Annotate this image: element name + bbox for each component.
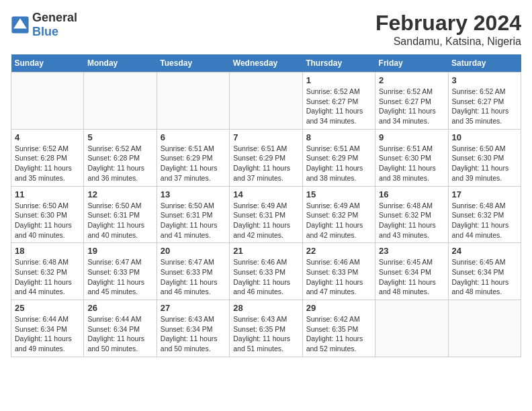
day-number: 2 <box>379 75 444 85</box>
day-details: Sunrise: 6:52 AM Sunset: 6:27 PM Dayligh… <box>306 87 371 126</box>
day-details: Sunrise: 6:46 AM Sunset: 6:33 PM Dayligh… <box>233 257 298 297</box>
day-details: Sunrise: 6:49 AM Sunset: 6:32 PM Dayligh… <box>306 201 371 240</box>
calendar-cell: 18Sunrise: 6:48 AM Sunset: 6:32 PM Dayli… <box>11 243 84 300</box>
calendar-cell: 19Sunrise: 6:47 AM Sunset: 6:33 PM Dayli… <box>84 243 157 300</box>
week-row-1: 1Sunrise: 6:52 AM Sunset: 6:27 PM Daylig… <box>11 73 521 130</box>
day-details: Sunrise: 6:52 AM Sunset: 6:28 PM Dayligh… <box>15 144 80 183</box>
day-details: Sunrise: 6:51 AM Sunset: 6:29 PM Dayligh… <box>233 144 298 183</box>
day-details: Sunrise: 6:52 AM Sunset: 6:27 PM Dayligh… <box>379 87 444 126</box>
day-number: 7 <box>233 132 298 142</box>
day-number: 1 <box>306 75 371 85</box>
calendar-cell: 29Sunrise: 6:42 AM Sunset: 6:35 PM Dayli… <box>302 300 375 357</box>
week-row-4: 18Sunrise: 6:48 AM Sunset: 6:32 PM Dayli… <box>11 243 521 300</box>
week-row-2: 4Sunrise: 6:52 AM Sunset: 6:28 PM Daylig… <box>11 129 521 186</box>
day-number: 14 <box>233 189 298 199</box>
day-number: 18 <box>15 246 80 256</box>
day-number: 9 <box>379 132 444 142</box>
day-number: 27 <box>161 303 226 313</box>
day-header-wednesday: Wednesday <box>230 54 302 73</box>
calendar-cell: 7Sunrise: 6:51 AM Sunset: 6:29 PM Daylig… <box>230 129 302 186</box>
calendar-cell: 16Sunrise: 6:48 AM Sunset: 6:32 PM Dayli… <box>375 186 448 243</box>
day-details: Sunrise: 6:46 AM Sunset: 6:33 PM Dayligh… <box>306 257 371 297</box>
day-details: Sunrise: 6:51 AM Sunset: 6:29 PM Dayligh… <box>306 144 371 183</box>
day-number: 24 <box>452 246 517 256</box>
header: General Blue February 2024 Sandamu, Kats… <box>11 11 521 48</box>
day-details: Sunrise: 6:42 AM Sunset: 6:35 PM Dayligh… <box>306 314 371 354</box>
calendar-cell <box>84 73 157 130</box>
day-number: 25 <box>15 303 80 313</box>
day-number: 8 <box>306 132 371 142</box>
day-details: Sunrise: 6:47 AM Sunset: 6:33 PM Dayligh… <box>161 257 226 297</box>
calendar-cell: 24Sunrise: 6:45 AM Sunset: 6:34 PM Dayli… <box>448 243 521 300</box>
calendar-cell: 6Sunrise: 6:51 AM Sunset: 6:29 PM Daylig… <box>157 129 229 186</box>
day-details: Sunrise: 6:48 AM Sunset: 6:32 PM Dayligh… <box>15 257 80 297</box>
day-number: 13 <box>161 189 226 199</box>
day-number: 4 <box>15 132 80 142</box>
day-number: 15 <box>306 189 371 199</box>
day-details: Sunrise: 6:51 AM Sunset: 6:30 PM Dayligh… <box>379 144 444 183</box>
day-details: Sunrise: 6:50 AM Sunset: 6:31 PM Dayligh… <box>161 201 226 240</box>
calendar-cell <box>448 300 521 357</box>
day-header-tuesday: Tuesday <box>157 54 229 73</box>
calendar-table: SundayMondayTuesdayWednesdayThursdayFrid… <box>11 54 521 357</box>
day-number: 17 <box>452 189 517 199</box>
day-details: Sunrise: 6:47 AM Sunset: 6:33 PM Dayligh… <box>87 257 152 297</box>
calendar-cell: 8Sunrise: 6:51 AM Sunset: 6:29 PM Daylig… <box>302 129 375 186</box>
calendar-cell <box>230 73 302 130</box>
header-row: SundayMondayTuesdayWednesdayThursdayFrid… <box>11 54 521 73</box>
calendar-cell: 22Sunrise: 6:46 AM Sunset: 6:33 PM Dayli… <box>302 243 375 300</box>
day-number: 23 <box>379 246 444 256</box>
calendar-cell: 25Sunrise: 6:44 AM Sunset: 6:34 PM Dayli… <box>11 300 84 357</box>
logo: General Blue <box>11 11 77 39</box>
day-number: 16 <box>379 189 444 199</box>
calendar-cell: 17Sunrise: 6:48 AM Sunset: 6:32 PM Dayli… <box>448 186 521 243</box>
day-number: 28 <box>233 303 298 313</box>
day-details: Sunrise: 6:50 AM Sunset: 6:31 PM Dayligh… <box>87 201 152 240</box>
logo-blue: Blue <box>32 25 58 38</box>
day-details: Sunrise: 6:50 AM Sunset: 6:30 PM Dayligh… <box>15 201 80 240</box>
day-details: Sunrise: 6:44 AM Sunset: 6:34 PM Dayligh… <box>15 314 80 354</box>
calendar-cell: 27Sunrise: 6:43 AM Sunset: 6:34 PM Dayli… <box>157 300 229 357</box>
week-row-3: 11Sunrise: 6:50 AM Sunset: 6:30 PM Dayli… <box>11 186 521 243</box>
day-details: Sunrise: 6:45 AM Sunset: 6:34 PM Dayligh… <box>379 257 444 297</box>
day-header-friday: Friday <box>375 54 448 73</box>
day-details: Sunrise: 6:49 AM Sunset: 6:31 PM Dayligh… <box>233 201 298 240</box>
calendar-cell: 21Sunrise: 6:46 AM Sunset: 6:33 PM Dayli… <box>230 243 302 300</box>
day-details: Sunrise: 6:44 AM Sunset: 6:34 PM Dayligh… <box>87 314 152 354</box>
day-number: 29 <box>306 303 371 313</box>
calendar-cell: 3Sunrise: 6:52 AM Sunset: 6:27 PM Daylig… <box>448 73 521 130</box>
calendar-cell: 23Sunrise: 6:45 AM Sunset: 6:34 PM Dayli… <box>375 243 448 300</box>
calendar-cell: 26Sunrise: 6:44 AM Sunset: 6:34 PM Dayli… <box>84 300 157 357</box>
calendar-cell <box>11 73 84 130</box>
calendar-cell: 14Sunrise: 6:49 AM Sunset: 6:31 PM Dayli… <box>230 186 302 243</box>
day-number: 10 <box>452 132 517 142</box>
title-area: February 2024 Sandamu, Katsina, Nigeria <box>375 11 521 48</box>
day-number: 19 <box>87 246 152 256</box>
page-subtitle: Sandamu, Katsina, Nigeria <box>375 36 521 48</box>
calendar-cell: 1Sunrise: 6:52 AM Sunset: 6:27 PM Daylig… <box>302 73 375 130</box>
day-details: Sunrise: 6:51 AM Sunset: 6:29 PM Dayligh… <box>161 144 226 183</box>
day-details: Sunrise: 6:48 AM Sunset: 6:32 PM Dayligh… <box>379 201 444 240</box>
day-details: Sunrise: 6:52 AM Sunset: 6:28 PM Dayligh… <box>87 144 152 183</box>
day-number: 12 <box>87 189 152 199</box>
week-row-5: 25Sunrise: 6:44 AM Sunset: 6:34 PM Dayli… <box>11 300 521 357</box>
calendar-cell: 13Sunrise: 6:50 AM Sunset: 6:31 PM Dayli… <box>157 186 229 243</box>
day-header-saturday: Saturday <box>448 54 521 73</box>
day-number: 3 <box>452 75 517 85</box>
day-number: 11 <box>15 189 80 199</box>
day-header-monday: Monday <box>84 54 157 73</box>
day-details: Sunrise: 6:45 AM Sunset: 6:34 PM Dayligh… <box>452 257 517 297</box>
day-details: Sunrise: 6:43 AM Sunset: 6:34 PM Dayligh… <box>161 314 226 354</box>
day-details: Sunrise: 6:52 AM Sunset: 6:27 PM Dayligh… <box>452 87 517 126</box>
calendar-cell <box>157 73 229 130</box>
day-header-thursday: Thursday <box>302 54 375 73</box>
calendar-cell: 5Sunrise: 6:52 AM Sunset: 6:28 PM Daylig… <box>84 129 157 186</box>
calendar-cell: 28Sunrise: 6:43 AM Sunset: 6:35 PM Dayli… <box>230 300 302 357</box>
day-details: Sunrise: 6:50 AM Sunset: 6:30 PM Dayligh… <box>452 144 517 183</box>
day-number: 5 <box>87 132 152 142</box>
day-header-sunday: Sunday <box>11 54 84 73</box>
calendar-cell: 9Sunrise: 6:51 AM Sunset: 6:30 PM Daylig… <box>375 129 448 186</box>
calendar-cell: 10Sunrise: 6:50 AM Sunset: 6:30 PM Dayli… <box>448 129 521 186</box>
day-number: 21 <box>233 246 298 256</box>
day-details: Sunrise: 6:43 AM Sunset: 6:35 PM Dayligh… <box>233 314 298 354</box>
